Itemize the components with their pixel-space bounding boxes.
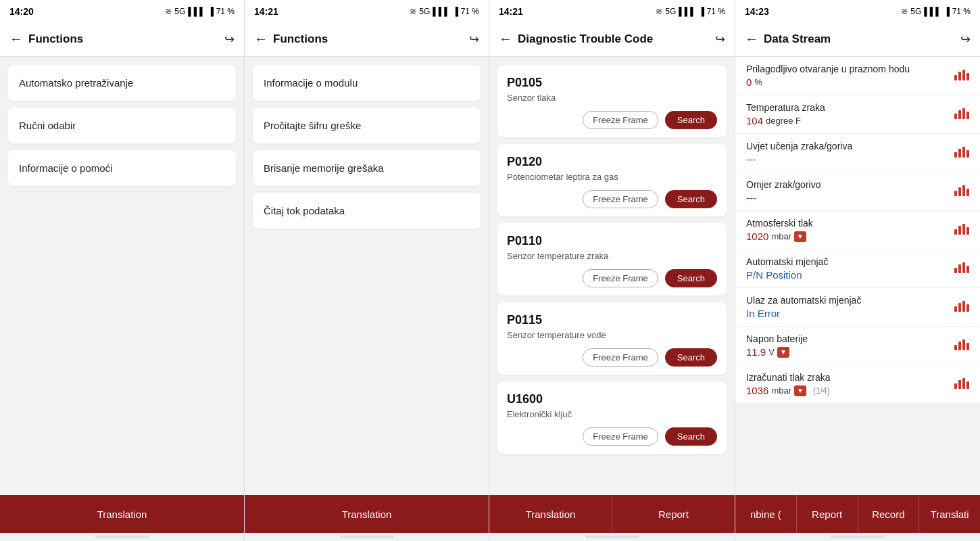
ds-label-2: Uvjet učenja zraka/goriva xyxy=(746,141,954,151)
ds-graph-icon-2[interactable] xyxy=(954,145,969,161)
svg-rect-13 xyxy=(958,187,961,196)
svg-rect-29 xyxy=(958,342,961,350)
dtc-card-4: U1600 Elektronički ključ Freeze Frame Se… xyxy=(497,381,727,454)
search-button-0[interactable]: Search xyxy=(665,111,717,129)
ds-graph-icon-6[interactable] xyxy=(954,300,969,315)
dtc-desc-4: Elektronički ključ xyxy=(507,409,717,419)
menu-item-module-info[interactable]: Informacije o modulu xyxy=(253,65,481,101)
dropdown-arrow-4[interactable]: ▼ xyxy=(794,231,806,242)
search-button-2[interactable]: Search xyxy=(665,269,717,287)
ds-graph-icon-0[interactable] xyxy=(954,68,969,84)
ds-item-left-6: Ulaz za automatski mjenjač In Error xyxy=(746,295,954,319)
exit-icon-1[interactable]: ↪ xyxy=(224,32,235,47)
wifi-icon-4: ≋ xyxy=(901,7,908,16)
title-4: Data Stream xyxy=(764,32,955,46)
ds-unit-8: mbar xyxy=(771,385,791,396)
status-icons-3: ≋ 5G ▌▌▌ ▐ 71 % xyxy=(656,7,725,16)
freeze-button-3[interactable]: Freeze Frame xyxy=(583,348,658,367)
signal-icon-4: 5G xyxy=(910,7,921,16)
exit-icon-3[interactable]: ↪ xyxy=(715,32,725,47)
dropdown-arrow-7[interactable]: ▼ xyxy=(777,347,789,358)
report-button-3[interactable]: Report xyxy=(612,495,735,533)
svg-rect-6 xyxy=(962,108,965,119)
svg-rect-12 xyxy=(954,191,957,196)
freeze-button-4[interactable]: Freeze Frame xyxy=(583,427,658,446)
menu-item-help[interactable]: Informacije o pomoći xyxy=(8,150,236,186)
translation-button-2[interactable]: Translation xyxy=(245,495,489,533)
ds-value-0: 0 % xyxy=(746,76,954,88)
dtc-actions-0: Freeze Frame Search xyxy=(507,111,717,129)
ds-item-left-8: Izračunati tlak zraka 1036 mbar ▼(1/4) xyxy=(746,372,954,396)
menu-item-auto-search[interactable]: Automatsko pretraživanje xyxy=(8,65,236,101)
ds-value-4: 1020 mbar ▼ xyxy=(746,231,954,242)
data-stream-list: Prilagodljivo otvaranje u praznom hodu 0… xyxy=(735,57,980,495)
nav-bar-3: ← Diagnostic Trouble Code ↪ xyxy=(489,22,735,57)
back-button-4[interactable]: ← xyxy=(745,31,758,47)
ds-dashes-2: --- xyxy=(746,154,756,165)
back-button-2[interactable]: ← xyxy=(254,31,268,47)
status-bar-3: 14:21 ≋ 5G ▌▌▌ ▐ 71 % xyxy=(489,0,735,22)
dtc-desc-1: Potenciometar leptira za gas xyxy=(507,172,717,182)
svg-rect-16 xyxy=(954,229,957,235)
combine-button[interactable]: nbine ( xyxy=(735,495,797,533)
dtc-desc-0: Senzor tlaka xyxy=(507,93,717,103)
ds-item-left-4: Atmosferski tlak 1020 mbar ▼ xyxy=(746,218,954,242)
svg-rect-25 xyxy=(958,303,961,312)
battery-icon-4: ▐ 71 % xyxy=(944,7,971,16)
svg-rect-28 xyxy=(954,345,957,350)
search-button-3[interactable]: Search xyxy=(665,348,717,367)
svg-rect-4 xyxy=(954,114,957,119)
nav-bar-2: ← Functions ↪ xyxy=(245,22,489,57)
menu-item-data-stream[interactable]: Čitaj tok podataka xyxy=(253,193,481,229)
ds-label-7: Napon baterije xyxy=(746,333,954,344)
dtc-code-4: U1600 xyxy=(507,392,717,406)
back-button-3[interactable]: ← xyxy=(499,31,512,47)
report-button-4[interactable]: Report xyxy=(797,495,858,533)
back-button-1[interactable]: ← xyxy=(9,31,23,47)
dropdown-arrow-8[interactable]: ▼ xyxy=(794,385,806,396)
ds-label-8: Izračunati tlak zraka xyxy=(746,372,954,383)
svg-rect-15 xyxy=(966,189,969,196)
ds-item-4: Atmosferski tlak 1020 mbar ▼ xyxy=(735,211,980,250)
menu-item-clear-codes[interactable]: Brisanje memorije grešaka xyxy=(253,150,481,186)
svg-rect-30 xyxy=(962,339,965,350)
ds-item-left-0: Prilagodljivo otvaranje u praznom hodu 0… xyxy=(746,64,954,88)
record-button[interactable]: Record xyxy=(858,495,920,533)
search-button-1[interactable]: Search xyxy=(665,190,717,208)
svg-rect-7 xyxy=(966,112,969,119)
bottom-bar-3: Translation Report xyxy=(489,495,735,533)
signal-bars-2: ▌▌▌ xyxy=(433,7,450,16)
signal-icon-2: 5G xyxy=(419,7,430,16)
menu-item-read-codes[interactable]: Pročitajte šifru greške xyxy=(253,108,481,143)
bottom-bar-2: Translation xyxy=(245,495,489,533)
ds-graph-icon-7[interactable] xyxy=(954,338,969,354)
search-button-4[interactable]: Search xyxy=(665,427,717,446)
translation-button-4[interactable]: Translati xyxy=(919,495,980,533)
panel-data-stream: 14:23 ≋ 5G ▌▌▌ ▐ 71 % ← Data Stream ↪ Pr… xyxy=(735,0,980,541)
freeze-button-1[interactable]: Freeze Frame xyxy=(583,190,658,208)
svg-rect-33 xyxy=(958,380,961,389)
scroll-indicator-3 xyxy=(585,536,639,538)
ds-value-8: 1036 mbar ▼(1/4) xyxy=(746,385,954,396)
ds-label-3: Omjer zrak/gorivo xyxy=(746,179,954,190)
ds-graph-icon-8[interactable] xyxy=(954,377,969,392)
ds-graph-icon-3[interactable] xyxy=(954,184,969,199)
freeze-button-0[interactable]: Freeze Frame xyxy=(583,111,658,129)
exit-icon-4[interactable]: ↪ xyxy=(960,32,971,47)
ds-graph-icon-1[interactable] xyxy=(954,107,969,122)
translation-button-3[interactable]: Translation xyxy=(489,495,612,533)
exit-icon-2[interactable]: ↪ xyxy=(469,32,479,47)
ds-item-6: Ulaz za automatski mjenjač In Error xyxy=(735,288,980,327)
menu-item-manual[interactable]: Ručni odabir xyxy=(8,108,236,143)
ds-graph-icon-4[interactable] xyxy=(954,222,969,238)
svg-rect-2 xyxy=(962,70,965,80)
ds-graph-icon-5[interactable] xyxy=(954,261,969,277)
svg-rect-23 xyxy=(966,266,969,273)
freeze-button-2[interactable]: Freeze Frame xyxy=(583,269,658,287)
bottom-bar-4: nbine ( Report Record Translati xyxy=(735,495,980,533)
dtc-code-2: P0110 xyxy=(507,234,717,248)
translation-button-1[interactable]: Translation xyxy=(0,495,244,533)
svg-rect-22 xyxy=(962,262,965,273)
signal-bars: ▌▌▌ xyxy=(188,7,205,16)
page-indicator-8: (1/4) xyxy=(813,386,830,396)
